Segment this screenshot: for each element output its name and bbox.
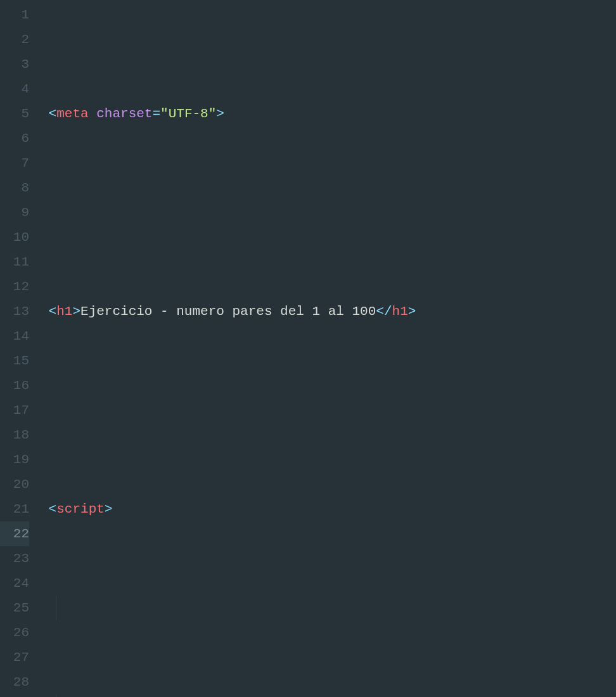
code-line[interactable]: <meta charset="UTF-8">: [41, 101, 616, 126]
line-number: 4: [0, 77, 29, 101]
code-line[interactable]: function saltarlinea() {: [41, 694, 616, 697]
line-number: 3: [0, 52, 29, 77]
line-number: 17: [0, 398, 29, 423]
line-number: 7: [0, 151, 29, 176]
line-number: 2: [0, 27, 29, 52]
line-number-gutter: 1 2 3 4 5 6 7 8 9 10 11 12 13 14 15 16 1…: [0, 0, 41, 697]
line-number: 16: [0, 373, 29, 398]
line-number: 1: [0, 3, 29, 27]
line-number: 21: [0, 497, 29, 521]
code-line[interactable]: <script>: [41, 497, 616, 521]
line-number: 11: [0, 250, 29, 274]
line-number: 10: [0, 225, 29, 250]
line-number: 5: [0, 101, 29, 126]
line-number: 22: [0, 521, 29, 546]
line-number: 13: [0, 299, 29, 324]
line-number: 8: [0, 176, 29, 200]
line-number: 15: [0, 348, 29, 373]
line-number: 12: [0, 274, 29, 299]
code-line[interactable]: <h1>Ejercicio - numero pares del 1 al 10…: [41, 299, 616, 324]
line-number: 28: [0, 670, 29, 694]
line-number: 20: [0, 472, 29, 497]
line-number: 23: [0, 546, 29, 571]
line-number: 18: [0, 423, 29, 447]
line-number: 14: [0, 324, 29, 348]
code-line[interactable]: [41, 596, 616, 620]
line-number: 27: [0, 645, 29, 670]
line-number: 9: [0, 200, 29, 225]
line-number: 25: [0, 596, 29, 620]
code-area[interactable]: <meta charset="UTF-8"> <h1>Ejercicio - n…: [41, 0, 616, 697]
code-editor[interactable]: 1 2 3 4 5 6 7 8 9 10 11 12 13 14 15 16 1…: [0, 0, 616, 697]
line-number: 6: [0, 126, 29, 151]
line-number: 24: [0, 571, 29, 596]
code-line[interactable]: [41, 200, 616, 225]
line-number: 19: [0, 447, 29, 472]
line-number: 26: [0, 620, 29, 645]
code-line[interactable]: [41, 398, 616, 423]
